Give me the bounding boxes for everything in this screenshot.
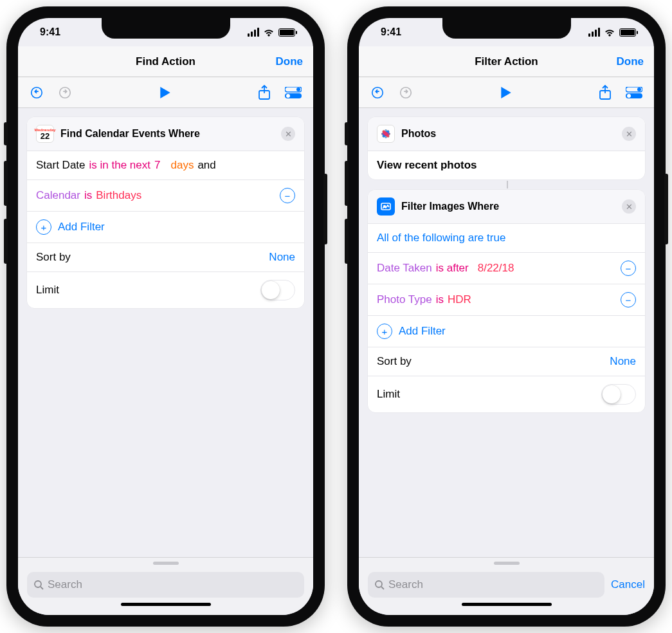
close-icon[interactable]: ✕ [622,127,636,141]
notch [442,18,571,39]
close-icon[interactable]: ✕ [281,127,295,141]
search-input[interactable]: Search [27,572,304,598]
sort-by-row[interactable]: Sort by None [368,347,645,376]
done-button[interactable]: Done [276,55,304,68]
home-indicator[interactable] [121,603,211,606]
search-input[interactable]: Search [368,572,604,598]
wifi-icon [604,28,615,37]
view-recent-photos-row[interactable]: View recent photos [368,151,645,179]
remove-filter-button[interactable]: − [621,292,636,307]
limit-switch[interactable] [260,280,295,300]
calendar-app-icon: Wednesday22 [36,125,54,143]
battery-icon [619,28,636,37]
filter-row-date-taken[interactable]: Date Taken is after 8/22/18 − [368,253,645,284]
notch [102,18,230,39]
toolbar [18,77,313,108]
undo-button[interactable] [30,86,44,100]
nav-title: Find Action [136,55,195,68]
phone-right: 9:41 Filter Action Done [347,6,666,627]
limit-switch[interactable] [601,384,636,405]
limit-row: Limit [27,272,304,308]
settings-toggle-button[interactable] [626,87,642,98]
add-filter-row[interactable]: + Add Filter [368,316,645,347]
done-button[interactable]: Done [617,55,644,68]
redo-button [399,86,413,100]
cancel-button[interactable]: Cancel [611,578,645,591]
connector-line [368,181,645,188]
undo-button[interactable] [370,86,385,100]
nav-title: Filter Action [475,55,538,68]
navbar: Filter Action Done [359,46,654,77]
signal-icon [588,28,600,37]
find-calendar-card: Wednesday22 Find Calendar Events Where ✕… [27,117,304,308]
phone-left: 9:41 Find Action Done [6,6,325,627]
home-indicator[interactable] [462,603,552,606]
wifi-icon [263,28,275,37]
photos-card: Photos ✕ View recent photos [368,117,645,179]
settings-toggle-button[interactable] [285,87,302,98]
navbar: Find Action Done [18,46,313,77]
play-button[interactable] [159,87,171,98]
photos-app-icon [377,125,395,143]
remove-filter-button[interactable]: − [280,188,295,203]
svg-point-6 [286,94,290,98]
bottom-drawer[interactable]: Search Cancel [359,557,654,615]
plus-icon[interactable]: + [377,324,392,339]
bottom-drawer[interactable]: Search [18,557,313,615]
card-title: Find Calendar Events Where [60,128,281,140]
filter-row-calendar[interactable]: Calendar is Birthdays − [27,180,304,212]
share-button[interactable] [599,85,612,100]
redo-button [58,86,72,100]
close-icon[interactable]: ✕ [622,199,636,214]
grabber-handle[interactable] [153,562,179,565]
status-time: 9:41 [40,26,60,38]
svg-point-14 [627,94,631,98]
scope-row[interactable]: All of the following are true [368,224,645,253]
battery-icon [278,28,295,37]
play-button[interactable] [500,87,512,98]
limit-row: Limit [368,376,645,412]
toolbar [359,77,654,108]
add-filter-row[interactable]: + Add Filter [27,212,304,243]
card-title: Filter Images Where [401,201,622,212]
search-icon [33,580,44,590]
status-time: 9:41 [381,26,401,38]
filter-images-card: Filter Images Where ✕ All of the followi… [368,190,645,412]
filter-row-photo-type[interactable]: Photo Type is HDR − [368,284,645,316]
sort-by-row[interactable]: Sort by None [27,243,304,272]
search-icon [374,580,385,590]
svg-point-12 [637,87,641,91]
card-title: Photos [401,128,622,140]
filter-row-start-date[interactable]: Start Date is in the next 7 days and [27,151,304,180]
share-button[interactable] [258,85,271,100]
signal-icon [248,28,259,37]
filter-action-icon [377,197,395,216]
plus-icon[interactable]: + [36,219,51,235]
svg-point-4 [296,87,300,91]
grabber-handle[interactable] [494,562,520,565]
remove-filter-button[interactable]: − [621,261,636,276]
svg-point-25 [376,581,382,587]
svg-point-7 [35,581,41,587]
